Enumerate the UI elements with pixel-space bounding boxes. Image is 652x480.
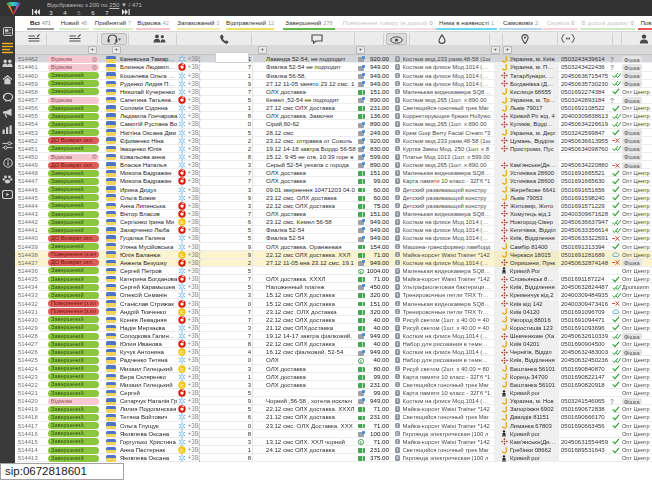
svg-text:lc: lc [180, 251, 184, 257]
svg-text:lc: lc [180, 349, 184, 355]
svg-text:lc: lc [180, 447, 184, 453]
svg-text:lc: lc [180, 365, 184, 371]
svg-text:lc: lc [180, 382, 184, 388]
svg-text:lc: lc [180, 219, 184, 225]
svg-text:lc: lc [180, 308, 184, 314]
